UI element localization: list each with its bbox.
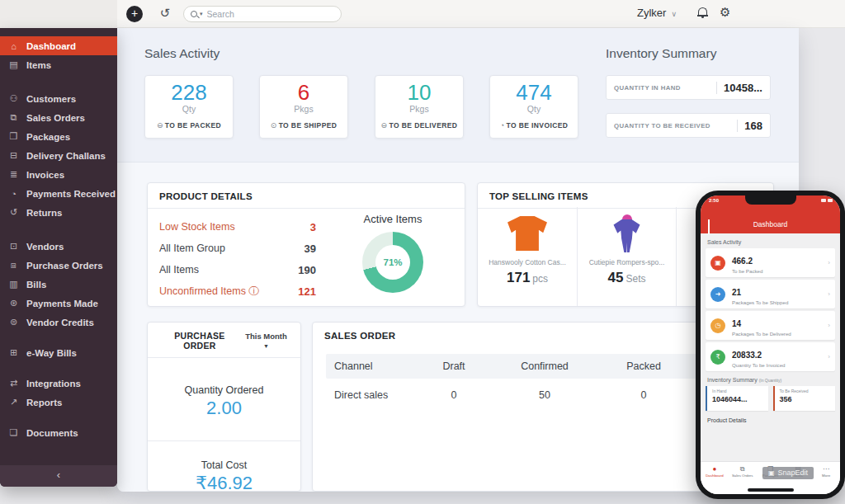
sidebar-item-customers[interactable]: ⚇Customers <box>0 89 117 108</box>
sidebar-item-label: Documents <box>26 428 78 438</box>
sidebar-item-label: Dashboard <box>26 41 76 51</box>
row-value: 121 <box>283 285 316 298</box>
phone-to-be-received-box[interactable]: To Be Received 356 <box>773 386 836 411</box>
notifications-bell-icon[interactable] <box>697 7 708 17</box>
sidebar-item-dashboard[interactable]: ⌂Dashboard <box>0 36 117 55</box>
home-icon: ⌂ <box>8 41 19 51</box>
phone-card-label: Quantity To be Invoiced <box>732 362 786 368</box>
sidebar-item-reports[interactable]: ↗Reports <box>0 393 117 412</box>
product-details-list: Low Stock Items 3 All Item Group 39 All … <box>159 216 316 302</box>
phone-in-hand-value: 1046044... <box>712 395 763 403</box>
low-stock-items-row[interactable]: Low Stock Items 3 <box>159 216 316 238</box>
search-bar[interactable]: ▾ <box>183 6 342 22</box>
to-be-invoiced-status: ◔TO BE INVOICED <box>490 121 578 130</box>
to-be-packed-status: ⊖TO BE PACKED <box>145 121 233 130</box>
quantity-in-hand-row[interactable]: QUANTITY IN HAND 10458... <box>606 75 771 100</box>
sidebar-item-bills[interactable]: ▥Bills <box>0 275 117 294</box>
sidebar-item-items[interactable]: ▤Items <box>0 55 117 74</box>
sidebar-collapse-button[interactable]: ‹ <box>0 465 117 487</box>
sidebar-item-label: Purchase Orders <box>26 261 103 271</box>
sidebar-item-eway-bills[interactable]: ⊞e-Way Bills <box>0 343 117 362</box>
active-items-label: Active Items <box>347 213 438 225</box>
phone-in-hand-box[interactable]: In Hand 1046044... <box>706 386 768 411</box>
top-selling-item-2[interactable]: Cutiepie Rompers-spo... 45Sets <box>577 207 676 306</box>
org-switcher[interactable]: Zylker∨ <box>637 7 677 19</box>
settings-gear-icon[interactable]: ⚙ <box>720 5 730 20</box>
item-name: Cutiepie Rompers-spo... <box>578 258 676 266</box>
sidebar-item-returns[interactable]: ↺Returns <box>0 203 117 222</box>
sidebar-item-label: e-Way Bills <box>26 348 77 358</box>
active-items-percent: 71% <box>375 245 410 280</box>
all-items-row[interactable]: All Items 190 <box>159 259 316 280</box>
history-icon[interactable]: ↺ <box>157 5 173 21</box>
sidebar-item-delivery-challans[interactable]: ⊟Delivery Challans <box>0 146 117 165</box>
unconfirmed-items-row[interactable]: Unconfirmed Items ⓘ 121 <box>159 280 316 302</box>
search-input[interactable] <box>207 9 334 19</box>
phone-product-details-label: Product Details <box>707 417 833 423</box>
eway-bill-icon: ⊞ <box>8 347 19 358</box>
sidebar-item-vendors[interactable]: ⊡Vendors <box>0 237 117 256</box>
to-be-shipped-unit: Pkgs <box>260 104 347 114</box>
card-to-be-invoiced[interactable]: 474 Qty ◔TO BE INVOICED <box>489 75 578 139</box>
inventory-summary-title: Inventory Summary <box>606 46 716 61</box>
phone-card-to-be-shipped[interactable]: ➜ 21Packages To be Shipped › <box>706 280 835 309</box>
phone-tab-sales-orders[interactable]: ⧉ Sales Orders <box>729 462 757 486</box>
quantity-to-be-received-value: 168 <box>737 120 762 132</box>
sidebar-item-vendor-credits[interactable]: ⊜Vendor Credits <box>0 313 117 332</box>
folder-icon: ❏ <box>8 427 19 438</box>
sidebar-item-label: Vendors <box>26 242 64 252</box>
sidebar-item-label: Returns <box>26 208 62 218</box>
truck-icon: ➜ <box>710 287 725 302</box>
phone-card-label: To be Packed <box>732 268 763 274</box>
sidebar-item-invoices[interactable]: ≣Invoices <box>0 165 117 184</box>
phone-card-value: 466.2 <box>732 257 753 266</box>
quantity-to-be-received-row[interactable]: QUANTITY TO BE RECEIVED 168 <box>606 113 771 138</box>
phone-card-to-be-delivered[interactable]: ◷ 14Packages To be Delivered › <box>706 311 835 340</box>
bell-clapper <box>701 16 704 18</box>
sweater-image <box>478 214 577 253</box>
sidebar-item-sales-orders[interactable]: ⧉Sales Orders <box>0 108 117 127</box>
clock-icon: ⊖ <box>157 121 163 130</box>
sidebar-item-label: Bills <box>26 280 46 290</box>
purchase-icon: ⧈ <box>8 260 19 271</box>
phone-card-to-be-packed[interactable]: ▣ 466.2To be Packed › <box>706 248 835 277</box>
tab-label: Dashboard <box>701 473 729 478</box>
purchase-order-card: PURCHASE ORDER This Month ▼ Quantity Ord… <box>147 322 301 492</box>
vendor-icon: ⊡ <box>8 241 19 252</box>
sidebar-item-purchase-orders[interactable]: ⧈Purchase Orders <box>0 256 117 275</box>
sidebar-item-payments-received[interactable]: ◔Payments Received <box>0 184 117 203</box>
card-to-be-shipped[interactable]: 6 Pkgs ⊙TO BE SHIPPED <box>259 75 348 139</box>
quantity-ordered-label: Quantity Ordered <box>148 384 300 396</box>
sidebar: ⌂Dashboard ▤Items ⚇Customers ⧉Sales Orde… <box>0 28 117 487</box>
chevron-right-icon: › <box>828 259 830 266</box>
search-scope-caret-icon[interactable]: ▾ <box>200 11 203 17</box>
phone-to-be-received-value: 356 <box>780 395 831 403</box>
sidebar-item-packages[interactable]: ❒Packages <box>0 127 117 146</box>
phone-tab-more[interactable]: ⋯ More <box>812 462 840 486</box>
sidebar-item-payments-made[interactable]: ⊛Payments Made <box>0 294 117 313</box>
to-be-invoiced-value: 474 <box>490 80 578 106</box>
all-item-group-row[interactable]: All Item Group 39 <box>159 238 316 259</box>
watermark: ▣ SnapEdit <box>762 467 814 479</box>
card-to-be-delivered[interactable]: 10 Pkgs ⊖TO BE DELIVERED <box>375 75 464 139</box>
box-icon: ▤ <box>8 59 19 70</box>
chevron-right-icon: › <box>828 290 830 298</box>
phone-status-time: 2:50 <box>709 198 719 203</box>
phone-card-to-be-invoiced[interactable]: ₹ 20833.2Quantity To be Invoiced › <box>706 342 835 371</box>
sidebar-item-label: Vendor Credits <box>26 318 94 327</box>
phone-mockup: 2:50 Dashboard Sales Activity ▣ 466.2To … <box>696 191 845 499</box>
search-icon <box>191 11 197 17</box>
bill-icon: ▥ <box>8 279 19 290</box>
phone-status-icons <box>821 199 833 202</box>
phone-tab-dashboard[interactable]: ● Dashboard <box>701 462 729 486</box>
add-button[interactable]: + <box>126 6 143 22</box>
row-label: All Items <box>159 264 283 276</box>
top-selling-item-1[interactable]: Hanswooly Cotton Cas... 171pcs <box>478 207 577 306</box>
card-to-be-packed[interactable]: 228 Qty ⊖TO BE PACKED <box>144 75 234 139</box>
purchase-order-filter-dropdown[interactable]: This Month ▼ <box>242 332 290 350</box>
sidebar-item-integrations[interactable]: ⇄Integrations <box>0 374 117 393</box>
to-be-invoiced-unit: Qty <box>490 104 578 114</box>
chart-icon: ↗ <box>8 397 19 407</box>
sidebar-item-documents[interactable]: ❏Documents <box>0 423 117 442</box>
chevron-right-icon: › <box>828 353 830 360</box>
